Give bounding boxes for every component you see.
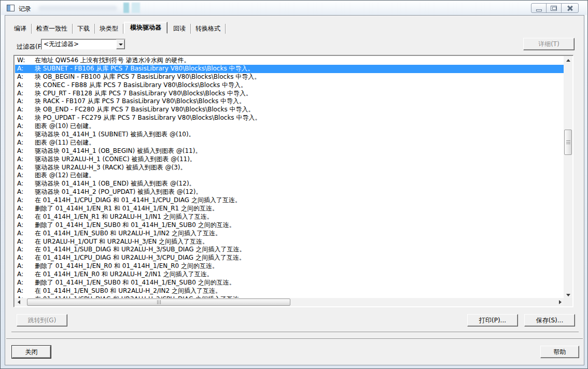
log-rows: W:在地址 QW546 上没有找到符号 渗透水冷水阀 的硬件。A:块 SUBNE… — [15, 56, 564, 299]
log-entry[interactable]: A:删除了 01_414H_1/EN_SUB0 和 01_414H_1/EN_S… — [15, 279, 564, 287]
separator-line — [11, 332, 579, 333]
log-entry[interactable]: A:在 01_414H_1/EN_SUB0 和 UR2ALU-H_1/IN2 之… — [15, 230, 564, 238]
log-entry[interactable]: A:驱动器块 01_414H_1 (OB_BEGIN) 被插入到图表 @(11)… — [15, 147, 564, 155]
log-entry[interactable]: A:在 01_414H_1/SUB_DIAG 和 UR2ALU-H_3/SUB_… — [15, 246, 564, 254]
log-entry[interactable]: A:块 RACK - FB107 从库 PCS 7 BasisLibrary V… — [15, 97, 564, 106]
log-entry-prefix: W: — [15, 56, 35, 65]
log-entry[interactable]: A:在 01_414H_1/EN_SUB0 和 UR2ALU-H_2/IN2 之… — [15, 287, 564, 295]
tab-1[interactable]: 检查一致性 — [32, 24, 73, 34]
log-dialog-window: 记录 编译检查一致性下载块类型模块驱动器回读转换格式 过滤器(F) <无过滤器>… — [0, 0, 588, 369]
save-button[interactable]: 保存(S)... — [524, 314, 575, 327]
log-entry-text: 块 CPU_RT - FB128 从库 PCS 7 BasisLibrary V… — [35, 90, 252, 98]
help-button[interactable]: 帮助 — [540, 346, 579, 358]
triangle-up-icon — [566, 59, 570, 62]
titlebar[interactable]: 记录 — [1, 1, 587, 15]
scroll-right-button[interactable] — [556, 298, 564, 306]
log-entry-text: 在 UR2ALU-H_1/OUT 和 UR2ALU-H_3/EN 之间插入了互连… — [35, 238, 208, 246]
tab-2[interactable]: 下载 — [73, 24, 95, 34]
redacted-title-text — [38, 6, 117, 11]
log-entry-prefix: A: — [15, 131, 35, 139]
log-entry-text: 图表 @(11) 已创建。 — [35, 139, 95, 147]
log-entry[interactable]: A:删除了 01_414H_1/EN_SUB0 和 01_414H_1/EN_S… — [15, 221, 564, 230]
log-entry[interactable]: A:在 01_414H_1/EN_R1 和 UR2ALU-H_1/IN1 之间插… — [15, 213, 564, 221]
tab-4[interactable]: 模块驱动器 — [124, 22, 167, 34]
tab-5[interactable]: 回读 — [169, 24, 191, 34]
close-window-button[interactable] — [561, 3, 579, 13]
log-entry-text: 块 OB_END - FC280 从库 PCS 7 BasisLibrary V… — [35, 106, 255, 114]
vertical-scrollbar[interactable] — [564, 56, 572, 299]
log-entry[interactable]: A:在 01_414H_1/EN_R0 和 UR2ALU-H_2/IN1 之间插… — [15, 271, 564, 279]
log-entry-prefix: A: — [15, 90, 35, 98]
log-entry-text: 删除了 01_414H_1/EN_SUB0 和 01_414H_1/EN_SUB… — [35, 221, 235, 230]
log-entry[interactable]: A:驱动器块 UR2ALU-H_1 (CONEC) 被插入到图表 @(11)。 — [15, 155, 564, 164]
log-entry-prefix: A: — [15, 73, 35, 81]
caption-button-group — [531, 3, 579, 13]
window-title: 记录 — [19, 5, 31, 13]
log-entry[interactable]: A:块 SUBNET - FB106 从库 PCS 7 BasisLibrary… — [15, 65, 564, 73]
log-entry[interactable]: A:块 OB_BEGIN - FB100 从库 PCS 7 BasisLibra… — [15, 73, 564, 81]
log-entry[interactable]: A:块 CONEC - FB88 从库 PCS 7 BasisLibrary V… — [15, 81, 564, 90]
scroll-left-button[interactable] — [15, 298, 23, 306]
log-entry[interactable]: A:图表 @(12) 已创建。 — [15, 172, 564, 180]
log-entry[interactable]: A:图表 @(10) 已创建。 — [15, 122, 564, 131]
log-entry-prefix: A: — [15, 205, 35, 213]
tab-3[interactable]: 块类型 — [95, 24, 123, 34]
vertical-scrollbar-thumb[interactable] — [564, 130, 572, 155]
log-entry-text: 在 01_414H_1/EN_SUB0 和 UR2ALU-H_2/IN2 之间插… — [35, 287, 221, 295]
log-entry-prefix: A: — [15, 97, 35, 106]
detail-button[interactable]: 详细(T) — [523, 38, 575, 50]
log-entry-prefix: A: — [15, 213, 35, 221]
tab-6[interactable]: 转换格式 — [191, 24, 226, 34]
filter-dropdown-button[interactable] — [116, 39, 125, 49]
maximize-icon — [551, 6, 557, 11]
log-entry[interactable]: A:在 01_414H_1/CPU_DIAG 和 UR2ALU-H_3/CPU_… — [15, 254, 564, 262]
horizontal-scrollbar[interactable] — [15, 298, 564, 306]
redacted-title-fragment — [123, 3, 129, 13]
log-entry-text: 删除了 01_414H_1/EN_R0 和 01_414H_1/EN_R0 之间… — [35, 262, 218, 271]
log-entry[interactable]: A:在 UR2ALU-H_1/OUT 和 UR2ALU-H_3/EN 之间插入了… — [15, 238, 564, 246]
log-entry[interactable]: A:驱动器块 UR2ALU-H_3 (RACK) 被插入到图表 @(3)。 — [15, 164, 564, 172]
log-entry-text: 删除了 01_414H_1/EN_R1 和 01_414H_1/EN_R1 之间… — [35, 205, 218, 213]
filter-combobox[interactable]: <无过滤器> — [41, 39, 125, 50]
log-entry[interactable]: A:驱动器块 01_414H_1 (SUBNET) 被插入到图表 @(10)。 — [15, 131, 564, 139]
log-entry[interactable]: A:删除了 01_414H_1/EN_R0 和 01_414H_1/EN_R0 … — [15, 262, 564, 271]
log-entry-text: 驱动器块 01_414H_2 (PO_UPDAT) 被插入到图表 @(12)。 — [35, 188, 202, 196]
log-entry[interactable]: A:块 OB_END - FC280 从库 PCS 7 BasisLibrary… — [15, 106, 564, 114]
log-entry[interactable]: A:块 PO_UPDAT - FC279 从库 PCS 7 BasisLibra… — [15, 114, 564, 122]
log-entry-text: 驱动器块 01_414H_1 (OB_BEGIN) 被插入到图表 @(11)。 — [35, 147, 201, 155]
triangle-right-icon — [559, 300, 562, 304]
triangle-down-icon — [566, 294, 570, 296]
log-entry-text: 在 01_414H_1/EN_SUB0 和 UR2ALU-H_1/IN2 之间插… — [35, 230, 221, 238]
close-dialog-button[interactable]: 关闭 — [12, 346, 51, 358]
log-entry-prefix: A: — [15, 164, 35, 172]
log-entry-text: 在 01_414H_1/CPU_DIAG 和 01_414H_1/CPU_DIA… — [35, 196, 241, 205]
minimize-icon — [536, 9, 542, 11]
log-entry-prefix: A: — [15, 230, 35, 238]
log-entry-prefix: A: — [15, 122, 35, 131]
log-entry[interactable]: A:块 CPU_RT - FB128 从库 PCS 7 BasisLibrary… — [15, 90, 564, 98]
triangle-left-icon — [18, 300, 20, 304]
horizontal-scrollbar-thumb[interactable] — [27, 299, 290, 306]
log-entry-prefix: A: — [15, 246, 35, 254]
log-entry[interactable]: A:删除了 01_414H_1/EN_R1 和 01_414H_1/EN_R1 … — [15, 205, 564, 213]
log-entry-text: 驱动器块 UR2ALU-H_1 (CONEC) 被插入到图表 @(11)。 — [35, 155, 196, 164]
scroll-up-button[interactable] — [564, 56, 572, 64]
log-entry-text: 在地址 QW546 上没有找到符号 渗透水冷水阀 的硬件。 — [35, 56, 190, 65]
log-entry[interactable]: W:在地址 QW546 上没有找到符号 渗透水冷水阀 的硬件。 — [15, 56, 564, 65]
maximize-button[interactable] — [546, 3, 562, 13]
tab-0[interactable]: 编译 — [9, 24, 32, 34]
dialog-content: 编译检查一致性下载块类型模块驱动器回读转换格式 过滤器(F) <无过滤器> 详细… — [5, 15, 584, 365]
log-entry-text: 驱动器块 01_414H_1 (OB_END) 被插入到图表 @(12)。 — [35, 180, 195, 188]
log-entry-text: 在 01_414H_1/SUB_DIAG 和 UR2ALU-H_3/SUB_DI… — [35, 246, 245, 254]
log-entry[interactable]: A:驱动器块 01_414H_1 (OB_END) 被插入到图表 @(12)。 — [15, 180, 564, 188]
goto-button[interactable]: 跳转到(G) — [17, 314, 67, 327]
log-entry-prefix: A: — [15, 139, 35, 147]
log-entry[interactable]: A:驱动器块 01_414H_2 (PO_UPDAT) 被插入到图表 @(12)… — [15, 188, 564, 196]
log-entry[interactable]: A:在 01_414H_1/CPU_DIAG 和 01_414H_1/CPU_D… — [15, 196, 564, 205]
log-entry[interactable]: A:图表 @(11) 已创建。 — [15, 139, 564, 147]
print-button[interactable]: 打印(P)... — [467, 314, 518, 327]
log-entry-prefix: A: — [15, 254, 35, 262]
log-entry-text: 块 PO_UPDAT - FC279 从库 PCS 7 BasisLibrary… — [35, 114, 261, 122]
log-entry-prefix: A: — [15, 221, 35, 230]
minimize-button[interactable] — [531, 3, 547, 13]
